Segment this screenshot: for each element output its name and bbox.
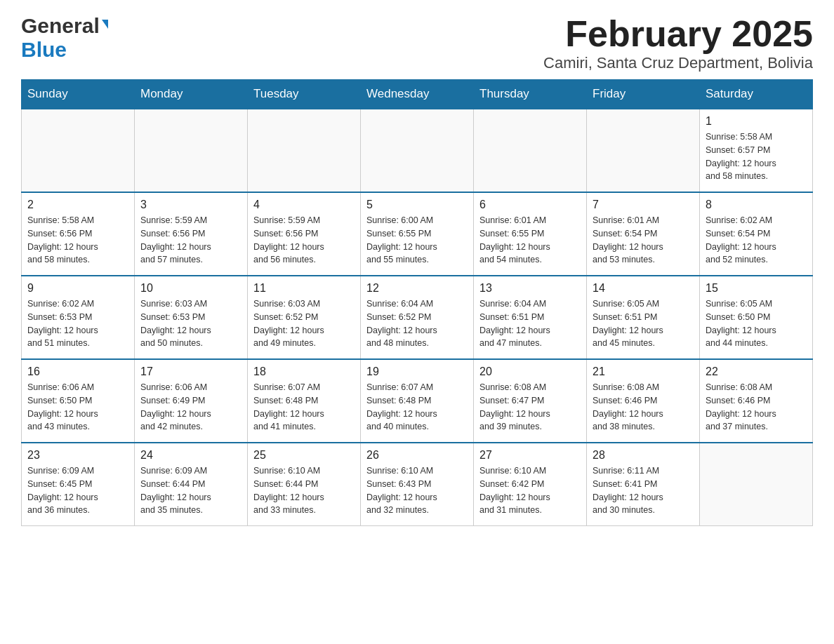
week-row-4: 23Sunrise: 6:09 AM Sunset: 6:45 PM Dayli… [22,443,813,526]
logo: General Blue [21,14,108,62]
table-row: 9Sunrise: 6:02 AM Sunset: 6:53 PM Daylig… [22,276,135,359]
day-number: 10 [140,282,241,295]
table-row: 28Sunrise: 6:11 AM Sunset: 6:41 PM Dayli… [587,443,700,526]
day-info: Sunrise: 6:10 AM Sunset: 6:44 PM Dayligh… [253,464,355,517]
day-info: Sunrise: 6:10 AM Sunset: 6:42 PM Dayligh… [479,464,581,517]
day-info: Sunrise: 6:11 AM Sunset: 6:41 PM Dayligh… [593,464,694,517]
day-info: Sunrise: 6:05 AM Sunset: 6:50 PM Dayligh… [706,297,807,350]
calendar-title: February 2025 [543,14,813,54]
day-number: 21 [593,365,694,378]
weekday-header-wednesday: Wednesday [361,80,474,109]
day-number: 13 [479,282,581,295]
day-number: 14 [593,282,694,295]
table-row: 25Sunrise: 6:10 AM Sunset: 6:44 PM Dayli… [248,443,361,526]
day-number: 3 [140,199,241,211]
day-info: Sunrise: 6:06 AM Sunset: 6:49 PM Dayligh… [140,381,241,434]
day-number: 11 [253,282,355,295]
day-number: 8 [706,199,807,211]
day-info: Sunrise: 6:07 AM Sunset: 6:48 PM Dayligh… [253,381,355,434]
table-row: 11Sunrise: 6:03 AM Sunset: 6:52 PM Dayli… [248,276,361,359]
weekday-header-tuesday: Tuesday [248,80,361,109]
table-row: 22Sunrise: 6:08 AM Sunset: 6:46 PM Dayli… [700,359,813,443]
table-row [248,109,361,192]
table-row: 2Sunrise: 5:58 AM Sunset: 6:56 PM Daylig… [22,192,135,276]
day-number: 20 [479,365,581,378]
table-row: 13Sunrise: 6:04 AM Sunset: 6:51 PM Dayli… [474,276,587,359]
table-row: 5Sunrise: 6:00 AM Sunset: 6:55 PM Daylig… [361,192,474,276]
weekday-header-thursday: Thursday [474,80,587,109]
day-info: Sunrise: 6:01 AM Sunset: 6:54 PM Dayligh… [593,214,694,267]
day-number: 22 [706,365,807,378]
page-header: General Blue February 2025 Camiri, Santa… [21,14,813,72]
weekday-header-monday: Monday [135,80,248,109]
week-row-3: 16Sunrise: 6:06 AM Sunset: 6:50 PM Dayli… [22,359,813,443]
day-info: Sunrise: 6:03 AM Sunset: 6:52 PM Dayligh… [253,297,355,350]
table-row: 4Sunrise: 5:59 AM Sunset: 6:56 PM Daylig… [248,192,361,276]
table-row: 10Sunrise: 6:03 AM Sunset: 6:53 PM Dayli… [135,276,248,359]
table-row [587,109,700,192]
day-info: Sunrise: 6:08 AM Sunset: 6:46 PM Dayligh… [593,381,694,434]
table-row [700,443,813,526]
table-row: 3Sunrise: 5:59 AM Sunset: 6:56 PM Daylig… [135,192,248,276]
day-number: 17 [140,365,241,378]
day-number: 26 [366,449,468,462]
title-block: February 2025 Camiri, Santa Cruz Departm… [543,14,813,72]
day-number: 18 [253,365,355,378]
day-number: 1 [706,115,807,128]
calendar-subtitle: Camiri, Santa Cruz Department, Bolivia [543,54,813,72]
weekday-header-row: SundayMondayTuesdayWednesdayThursdayFrid… [22,80,813,109]
day-info: Sunrise: 5:59 AM Sunset: 6:56 PM Dayligh… [253,214,355,267]
day-number: 12 [366,282,468,295]
week-row-0: 1Sunrise: 5:58 AM Sunset: 6:57 PM Daylig… [22,109,813,192]
day-number: 27 [479,449,581,462]
day-number: 19 [366,365,468,378]
day-info: Sunrise: 6:09 AM Sunset: 6:45 PM Dayligh… [27,464,128,517]
day-info: Sunrise: 5:59 AM Sunset: 6:56 PM Dayligh… [140,214,241,267]
table-row [135,109,248,192]
logo-blue: Blue [21,38,67,62]
day-number: 4 [253,199,355,211]
weekday-header-saturday: Saturday [700,80,813,109]
table-row: 18Sunrise: 6:07 AM Sunset: 6:48 PM Dayli… [248,359,361,443]
day-info: Sunrise: 6:03 AM Sunset: 6:53 PM Dayligh… [140,297,241,350]
day-number: 7 [593,199,694,211]
day-info: Sunrise: 5:58 AM Sunset: 6:57 PM Dayligh… [706,130,807,183]
day-number: 28 [593,449,694,462]
table-row: 12Sunrise: 6:04 AM Sunset: 6:52 PM Dayli… [361,276,474,359]
table-row: 24Sunrise: 6:09 AM Sunset: 6:44 PM Dayli… [135,443,248,526]
week-row-1: 2Sunrise: 5:58 AM Sunset: 6:56 PM Daylig… [22,192,813,276]
day-info: Sunrise: 6:07 AM Sunset: 6:48 PM Dayligh… [366,381,468,434]
table-row: 21Sunrise: 6:08 AM Sunset: 6:46 PM Dayli… [587,359,700,443]
weekday-header-friday: Friday [587,80,700,109]
day-number: 16 [27,365,128,378]
table-row: 26Sunrise: 6:10 AM Sunset: 6:43 PM Dayli… [361,443,474,526]
day-info: Sunrise: 6:08 AM Sunset: 6:47 PM Dayligh… [479,381,581,434]
day-info: Sunrise: 6:00 AM Sunset: 6:55 PM Dayligh… [366,214,468,267]
table-row: 23Sunrise: 6:09 AM Sunset: 6:45 PM Dayli… [22,443,135,526]
day-number: 9 [27,282,128,295]
calendar-body: 1Sunrise: 5:58 AM Sunset: 6:57 PM Daylig… [22,109,813,526]
day-info: Sunrise: 6:01 AM Sunset: 6:55 PM Dayligh… [479,214,581,267]
day-info: Sunrise: 6:06 AM Sunset: 6:50 PM Dayligh… [27,381,128,434]
day-info: Sunrise: 6:02 AM Sunset: 6:54 PM Dayligh… [706,214,807,267]
table-row: 27Sunrise: 6:10 AM Sunset: 6:42 PM Dayli… [474,443,587,526]
table-row [361,109,474,192]
day-number: 6 [479,199,581,211]
logo-triangle-icon [102,20,108,29]
day-number: 23 [27,449,128,462]
day-info: Sunrise: 6:08 AM Sunset: 6:46 PM Dayligh… [706,381,807,434]
table-row [474,109,587,192]
table-row [22,109,135,192]
day-info: Sunrise: 5:58 AM Sunset: 6:56 PM Dayligh… [27,214,128,267]
weekday-header-sunday: Sunday [22,80,135,109]
day-info: Sunrise: 6:09 AM Sunset: 6:44 PM Dayligh… [140,464,241,517]
day-info: Sunrise: 6:04 AM Sunset: 6:51 PM Dayligh… [479,297,581,350]
table-row: 6Sunrise: 6:01 AM Sunset: 6:55 PM Daylig… [474,192,587,276]
table-row: 19Sunrise: 6:07 AM Sunset: 6:48 PM Dayli… [361,359,474,443]
table-row: 7Sunrise: 6:01 AM Sunset: 6:54 PM Daylig… [587,192,700,276]
table-row: 17Sunrise: 6:06 AM Sunset: 6:49 PM Dayli… [135,359,248,443]
calendar-table: SundayMondayTuesdayWednesdayThursdayFrid… [21,79,813,526]
day-number: 2 [27,199,128,211]
week-row-2: 9Sunrise: 6:02 AM Sunset: 6:53 PM Daylig… [22,276,813,359]
day-number: 25 [253,449,355,462]
